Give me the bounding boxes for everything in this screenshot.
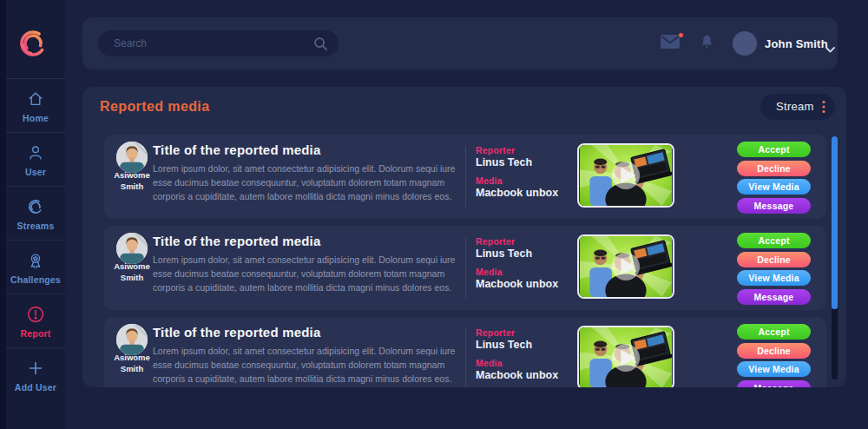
reporter-avatar <box>116 142 148 173</box>
user-avatar[interactable] <box>733 31 757 56</box>
sidebar-nav: Home User Streams Challenges Report Add … <box>6 78 65 402</box>
reporter-avatar-name: Asiwome Smith <box>106 169 158 193</box>
scrollbar-track[interactable] <box>832 136 838 380</box>
stream-filter-dropdown[interactable]: Stream <box>760 94 835 120</box>
action-buttons: Accept Decline View Media Message <box>737 233 811 307</box>
reporter-avatar <box>116 233 148 264</box>
user-name[interactable]: John Smith <box>765 37 828 50</box>
divider <box>465 237 466 298</box>
report-title: Title of the reported media <box>153 234 321 248</box>
media-label: Media <box>476 175 503 186</box>
reported-media-panel: Reported media Stream Asiwome Smith Titl… <box>82 87 846 387</box>
message-button[interactable]: Message <box>737 380 811 388</box>
mail-icon[interactable] <box>661 35 683 52</box>
sidebar-item-report[interactable]: Report <box>6 294 65 347</box>
topbar: John Smith <box>82 17 838 69</box>
report-title: Title of the reported media <box>153 142 321 157</box>
reporter-label: Reporter <box>476 236 515 247</box>
unread-mail-badge <box>678 32 684 38</box>
report-card: Asiwome Smith Title of the reported medi… <box>104 317 826 387</box>
reporter-value: Linus Tech <box>476 339 532 351</box>
message-button[interactable]: Message <box>737 198 811 214</box>
sidebar-item-user[interactable]: User <box>6 132 65 186</box>
report-description: Lorem ipsum dolor, sit amet consectetur … <box>153 345 465 386</box>
page-title: Reported media <box>100 99 210 115</box>
divider <box>465 328 466 387</box>
media-value: Macbook unbox <box>476 187 558 199</box>
view-media-button[interactable]: View Media <box>737 361 811 377</box>
streams-icon <box>6 197 65 216</box>
divider <box>465 146 466 207</box>
sidebar-item-label: Streams <box>6 221 65 231</box>
search-input[interactable] <box>98 30 339 56</box>
sidebar: Home User Streams Challenges Report Add … <box>0 0 65 429</box>
accept-button[interactable]: Accept <box>737 233 811 248</box>
report-description: Lorem ipsum dolor, sit amet consectetur … <box>153 254 465 294</box>
decline-button[interactable]: Decline <box>737 161 811 176</box>
view-media-button[interactable]: View Media <box>737 270 811 286</box>
decline-button[interactable]: Decline <box>737 343 811 359</box>
sidebar-item-home[interactable]: Home <box>6 78 65 132</box>
view-media-button[interactable]: View Media <box>737 179 811 195</box>
sidebar-item-label: User <box>6 167 65 177</box>
media-value: Macbook unbox <box>476 369 558 381</box>
sidebar-item-streams[interactable]: Streams <box>6 186 65 240</box>
scrollbar-thumb[interactable] <box>832 136 838 309</box>
kebab-menu-icon[interactable] <box>822 100 825 117</box>
report-title: Title of the reported media <box>153 325 321 340</box>
sidebar-item-label: Home <box>6 113 65 123</box>
action-buttons: Accept Decline View Media Message <box>737 142 811 216</box>
media-thumbnail[interactable] <box>577 234 674 299</box>
reporter-label: Reporter <box>476 145 515 155</box>
report-card: Asiwome Smith Title of the reported medi… <box>104 135 826 219</box>
media-thumbnail[interactable] <box>577 143 674 208</box>
user-icon <box>6 143 65 162</box>
accept-button[interactable]: Accept <box>737 324 811 340</box>
action-buttons: Accept Decline View Media Message <box>737 324 811 387</box>
reporter-avatar-name: Asiwome Smith <box>106 261 158 284</box>
decline-button[interactable]: Decline <box>737 252 811 267</box>
sidebar-accent-strip <box>0 0 6 429</box>
plus-icon <box>6 359 65 378</box>
sidebar-item-challenges[interactable]: Challenges <box>6 240 65 294</box>
search-icon[interactable] <box>312 36 328 55</box>
media-label: Media <box>476 267 503 277</box>
media-label: Media <box>476 358 503 368</box>
media-thumbnail[interactable] <box>577 326 674 387</box>
sidebar-item-label: Report <box>6 328 65 339</box>
report-alert-icon <box>6 305 65 324</box>
reporter-label: Reporter <box>476 327 515 338</box>
reporter-avatar <box>116 324 148 355</box>
message-button[interactable]: Message <box>737 289 811 305</box>
chevron-down-icon[interactable] <box>825 41 835 56</box>
report-card: Asiwome Smith Title of the reported medi… <box>104 226 826 310</box>
filter-label: Stream <box>776 100 814 113</box>
notifications-bell-icon[interactable] <box>699 33 715 56</box>
reporter-value: Linus Tech <box>476 156 532 168</box>
sidebar-item-label: Add User <box>6 382 65 393</box>
reporter-avatar-name: Asiwome Smith <box>106 352 158 375</box>
reporter-value: Linus Tech <box>476 248 532 260</box>
search-box <box>98 30 339 56</box>
accept-button[interactable]: Accept <box>737 142 811 157</box>
report-description: Lorem ipsum dolor, sit amet consectetur … <box>153 162 465 203</box>
challenges-icon <box>6 251 65 270</box>
sidebar-item-add-user[interactable]: Add User <box>6 347 65 402</box>
app-logo-swirl-icon[interactable] <box>16 26 50 61</box>
sidebar-item-label: Challenges <box>6 274 65 285</box>
home-icon <box>6 89 65 109</box>
media-value: Macbook unbox <box>476 278 558 290</box>
